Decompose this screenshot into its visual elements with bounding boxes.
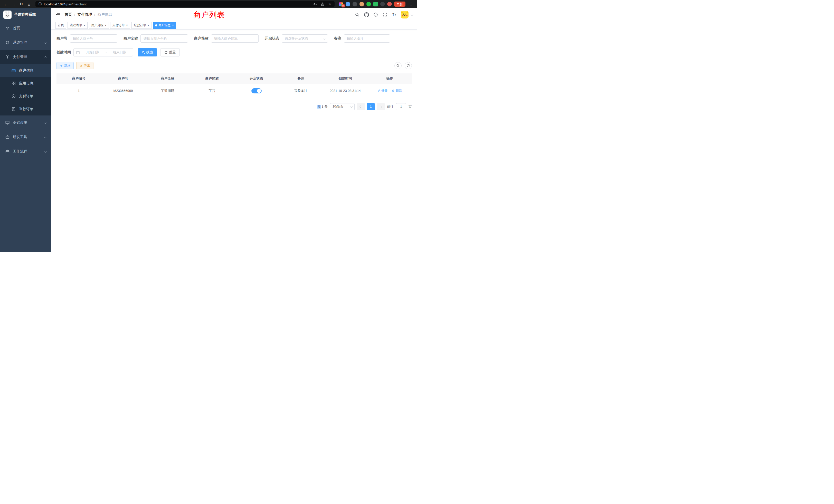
toggle-search-button[interactable] <box>394 62 401 69</box>
close-icon[interactable]: × <box>126 24 128 27</box>
status-toggle[interactable] <box>251 88 262 93</box>
sidebar-item-app-info[interactable]: 应用信息 <box>0 77 51 90</box>
chevron-down-icon <box>44 121 46 125</box>
merchant-short-name-input[interactable] <box>211 35 259 43</box>
field-label: 创建时间 <box>57 50 71 55</box>
merchant-no-input[interactable] <box>70 35 117 43</box>
delete-link[interactable]: 删除 <box>392 89 402 93</box>
top-navbar: 首页 / 支付管理 / 商户信息 ? TT <box>51 8 417 21</box>
add-button-label: 新增 <box>64 64 70 68</box>
sidebar-item-label: 支付订单 <box>19 94 34 98</box>
github-icon[interactable] <box>364 12 369 17</box>
browser-back-button[interactable]: ← <box>3 1 9 7</box>
fullscreen-icon[interactable] <box>382 12 388 17</box>
status-select[interactable]: 请选择开启状态 <box>282 35 328 43</box>
chevron-down-icon <box>44 135 46 139</box>
browser-forward-button[interactable]: → <box>10 1 17 7</box>
reset-button[interactable]: 重置 <box>160 48 180 56</box>
app-logo[interactable]: 芋道管理系统 <box>0 8 51 21</box>
refresh-table-button[interactable] <box>405 62 412 69</box>
extension-icon[interactable] <box>367 2 371 6</box>
tab-refund-order[interactable]: 退款订单× <box>131 22 152 29</box>
tab-label: 商户信息 <box>158 23 171 27</box>
extension-icon[interactable]: 10 <box>339 2 343 6</box>
bookmark-star-icon[interactable]: ☆ <box>328 2 331 6</box>
extension-icon[interactable] <box>359 2 364 6</box>
goto-page-input[interactable] <box>396 103 406 110</box>
browser-menu-icon[interactable]: ⋮ <box>408 1 414 7</box>
page-number-button[interactable]: 1 <box>367 103 375 110</box>
logo-image <box>3 10 12 19</box>
url-host: localhost:1024 <box>44 2 65 6</box>
sidebar-item-home[interactable]: 首页 <box>0 21 51 36</box>
tab-pay-order[interactable]: 支付订单× <box>110 22 130 29</box>
grid-icon <box>11 81 16 86</box>
sidebar-item-refund-order[interactable]: 退款订单 <box>0 102 51 115</box>
pagination-total-text: 1 条 <box>321 105 328 109</box>
url-text: localhost:1024/pay/merchant <box>44 2 311 6</box>
page-size-select[interactable]: 10条/页 <box>330 103 355 110</box>
extension-icon[interactable] <box>353 2 357 6</box>
close-icon[interactable]: × <box>172 24 174 27</box>
tab-label: 流程表单 <box>70 23 82 27</box>
breadcrumb-item[interactable]: 首页 <box>65 12 72 17</box>
sidebar-item-merchant-info[interactable]: 商户信息 <box>0 64 51 77</box>
sidebar-item-label: 首页 <box>13 26 20 30</box>
add-button[interactable]: 新增 <box>57 62 74 69</box>
search-icon[interactable] <box>355 12 360 17</box>
svg-text:T: T <box>392 13 394 17</box>
close-icon[interactable]: × <box>84 24 85 27</box>
tab-home[interactable]: 首页 <box>56 22 66 29</box>
breadcrumb-item[interactable]: 支付管理 <box>78 12 92 17</box>
column-header: 商户全称 <box>145 73 190 84</box>
sidebar-item-workflow[interactable]: 工作流程 <box>0 144 51 159</box>
password-key-icon[interactable] <box>313 2 317 6</box>
date-end-placeholder: 结束日期 <box>109 50 130 55</box>
plus-icon <box>60 64 63 67</box>
browser-update-button[interactable]: 更新 <box>394 2 405 7</box>
extension-icon[interactable] <box>380 2 385 6</box>
column-header: 商户简称 <box>190 73 234 84</box>
cell-status <box>234 84 279 98</box>
edit-link[interactable]: 修改 <box>377 89 388 93</box>
svg-text:?: ? <box>375 14 376 16</box>
search-button[interactable]: 搜索 <box>138 48 157 56</box>
close-icon[interactable]: × <box>147 24 149 27</box>
remark-input[interactable] <box>344 35 390 43</box>
tab-label: 用户分组 <box>91 23 104 27</box>
share-icon[interactable] <box>321 2 325 6</box>
cell-full-name: 芋道源码 <box>145 84 190 98</box>
browser-reload-button[interactable]: ↻ <box>18 1 25 7</box>
sidebar-item-infrastructure[interactable]: 基础设施 <box>0 115 51 130</box>
user-avatar[interactable] <box>401 11 409 19</box>
hamburger-icon[interactable] <box>56 12 61 17</box>
sidebar-item-system[interactable]: 系统管理 <box>0 36 51 50</box>
chevron-down-icon <box>323 37 325 41</box>
tab-user-group[interactable]: 用户分组× <box>89 22 109 29</box>
url-bar[interactable]: ⓘ localhost:1024/pay/merchant ☆ <box>36 1 334 7</box>
chevron-down-icon <box>44 150 46 154</box>
extension-icon[interactable] <box>373 2 378 6</box>
export-button[interactable]: 导出 <box>76 62 93 69</box>
tab-process-form[interactable]: 流程表单× <box>68 22 88 29</box>
tab-label: 首页 <box>58 23 64 27</box>
sidebar-item-payment[interactable]: 支付管理 <box>0 50 51 64</box>
font-size-icon[interactable]: TT <box>392 12 397 17</box>
browser-home-button[interactable]: ⌂ <box>26 1 32 7</box>
caret-down-icon[interactable] <box>411 12 413 17</box>
prev-page-button[interactable] <box>357 103 365 110</box>
sidebar-item-dev-tools[interactable]: 研发工具 <box>0 130 51 144</box>
site-info-icon[interactable]: ⓘ <box>39 2 42 6</box>
sidebar-item-pay-order[interactable]: 支付订单 <box>0 90 51 102</box>
close-icon[interactable]: × <box>105 24 107 27</box>
next-page-button[interactable] <box>377 103 385 110</box>
table-row: 1 M233666999 芋道源码 芋艿 我是备注 2021-10-23 08:… <box>57 84 412 98</box>
refresh-icon <box>164 51 168 54</box>
create-time-range-picker[interactable]: 开始日期 - 结束日期 <box>73 48 133 56</box>
pay-order-icon <box>11 94 16 98</box>
tab-merchant-info[interactable]: 商户信息× <box>153 22 176 29</box>
extension-icon[interactable] <box>346 2 350 6</box>
help-icon[interactable]: ? <box>373 12 378 17</box>
extension-icon[interactable] <box>387 2 392 6</box>
merchant-full-name-input[interactable] <box>140 35 188 43</box>
